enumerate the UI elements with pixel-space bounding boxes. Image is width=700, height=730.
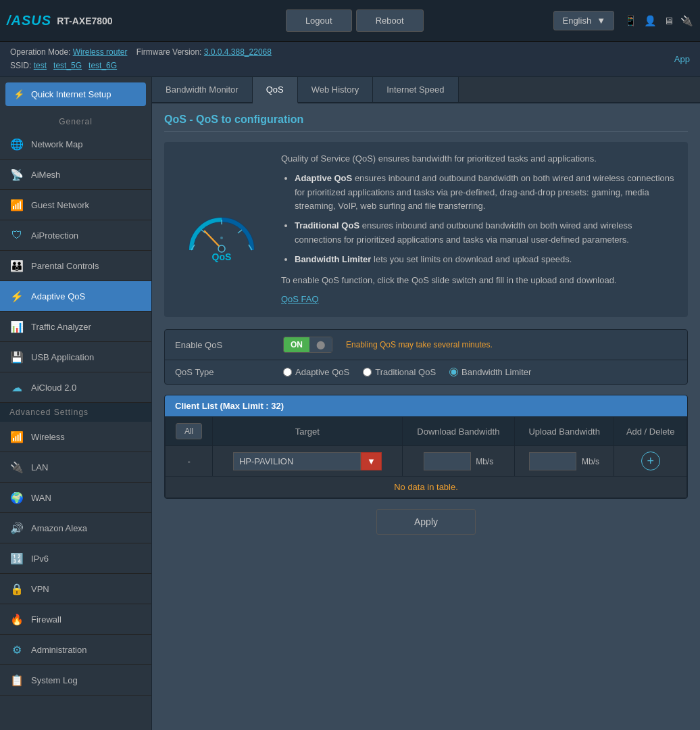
logout-button[interactable]: Logout — [286, 9, 352, 32]
system-log-icon: 📋 — [9, 673, 24, 687]
apply-section: Apply — [164, 509, 688, 535]
tab-qos[interactable]: QoS — [253, 77, 298, 103]
sidebar-item-label: Guest Network — [31, 200, 89, 210]
tab-bandwidth-monitor[interactable]: Bandwidth Monitor — [152, 77, 253, 102]
operation-mode-value[interactable]: Wireless router — [73, 47, 128, 57]
sidebar-item-label: Traffic Analyzer — [31, 322, 91, 332]
traffic-analyzer-icon: 📊 — [9, 319, 24, 334]
row-download: Mb/s — [402, 446, 515, 477]
add-row-button[interactable]: + — [641, 452, 660, 470]
row-add-delete: + — [614, 446, 687, 477]
col-upload: Upload Bandwidth — [515, 417, 614, 446]
bullet1-title: Adaptive QoS — [295, 173, 352, 183]
enable-qos-toggle[interactable]: ON ⬤ — [283, 337, 332, 353]
bullet3-title: Bandwidth Limiter — [295, 254, 371, 264]
bullet2-title: Traditional QoS — [295, 220, 359, 230]
client-list-section: Client List (Max Limit : 32) All Target … — [164, 395, 688, 499]
sidebar-item-vpn[interactable]: 🔒 VPN — [0, 574, 151, 604]
sidebar-item-aiprotection[interactable]: 🛡 AiProtection — [0, 220, 151, 251]
sidebar-item-traffic-analyzer[interactable]: 📊 Traffic Analyzer — [0, 312, 151, 342]
user-icon[interactable]: 👤 — [644, 15, 657, 27]
svg-point-8 — [220, 237, 223, 239]
qos-type-control: Adaptive QoS Traditional QoS Bandwidth L… — [283, 367, 677, 377]
page-title: QoS - QoS to configuration — [164, 114, 688, 132]
sidebar-item-parental-controls[interactable]: 👪 Parental Controls — [0, 251, 151, 281]
language-label: English — [562, 16, 591, 26]
qos-faq-link[interactable]: QoS FAQ — [281, 294, 319, 304]
guest-network-icon: 📶 — [9, 197, 24, 212]
col-download: Download Bandwidth — [402, 417, 515, 446]
administration-icon: ⚙ — [9, 642, 24, 657]
bullet3-text: lets you set limits on download and uplo… — [374, 254, 572, 264]
sidebar-item-label: AiMesh — [31, 170, 60, 180]
info-text: Quality of Service (QoS) ensures bandwid… — [281, 152, 678, 307]
sidebar-item-usb-application[interactable]: 💾 USB Application — [0, 342, 151, 372]
ssid-6g[interactable]: test_6G — [89, 61, 117, 70]
wan-icon: 🌍 — [9, 490, 24, 505]
top-bar: /ASUS RT-AXE7800 Logout Reboot English ▼… — [0, 0, 700, 42]
enable-qos-row: Enable QoS ON ⬤ Enabling QoS may take se… — [165, 330, 687, 360]
sidebar-item-label: Amazon Alexa — [31, 523, 87, 533]
usb-application-icon: 💾 — [9, 349, 24, 364]
sidebar-item-ipv6[interactable]: 🔢 IPv6 — [0, 543, 151, 574]
sidebar-item-network-map[interactable]: 🌐 Network Map — [0, 129, 151, 160]
sidebar-item-label: Network Map — [31, 139, 83, 149]
sidebar-item-aimesh[interactable]: 📡 AiMesh — [0, 160, 151, 190]
instruction-text: To enable QoS function, click the QoS sl… — [281, 274, 678, 288]
sidebar-item-firewall[interactable]: 🔥 Firewall — [0, 604, 151, 635]
vpn-icon: 🔒 — [9, 581, 24, 596]
aimesh-icon: 📡 — [9, 167, 24, 182]
sidebar-item-label: AiProtection — [31, 230, 78, 241]
apply-button[interactable]: Apply — [376, 509, 476, 535]
lan-icon: 🔌 — [9, 460, 24, 474]
all-button[interactable]: All — [176, 423, 202, 439]
sidebar-item-label: WAN — [31, 493, 51, 503]
tabs-bar: Bandwidth Monitor QoS Web History Intern… — [152, 77, 700, 103]
upload-bandwidth-input[interactable] — [529, 452, 576, 470]
download-bandwidth-input[interactable] — [424, 452, 471, 470]
sidebar-item-wireless[interactable]: 📶 Wireless — [0, 422, 151, 452]
top-icons: 📱 👤 🖥 🔌 — [624, 15, 693, 27]
target-dropdown-btn[interactable]: ▼ — [361, 452, 382, 470]
sidebar-item-quick-setup[interactable]: ⚡ Quick Internet Setup — [5, 82, 146, 106]
sidebar-item-lan[interactable]: 🔌 LAN — [0, 452, 151, 483]
firmware-value[interactable]: 3.0.0.4.388_22068 — [204, 47, 272, 57]
target-select-wrapper: HP-PAVILION ▼ — [233, 452, 382, 470]
radio-traditional-qos[interactable]: Traditional QoS — [363, 367, 436, 377]
sidebar-item-label: System Log — [31, 675, 78, 685]
app-icon[interactable]: 📱 — [624, 15, 637, 27]
app-label[interactable]: App — [674, 54, 690, 64]
target-select[interactable]: HP-PAVILION — [233, 452, 361, 470]
language-selector[interactable]: English ▼ — [553, 11, 614, 30]
operation-mode-label: Operation Mode: — [10, 47, 70, 57]
col-target: Target — [213, 417, 402, 446]
sidebar-item-administration[interactable]: ⚙ Administration — [0, 635, 151, 665]
parental-controls-icon: 👪 — [9, 258, 24, 273]
no-data-row: No data in table. — [166, 477, 687, 498]
col-all: All — [166, 417, 213, 446]
monitor-icon[interactable]: 🖥 — [664, 15, 674, 26]
reboot-button[interactable]: Reboot — [356, 9, 424, 32]
ssid-2g[interactable]: test — [34, 61, 47, 70]
sidebar-item-system-log[interactable]: 📋 System Log — [0, 665, 151, 696]
toggle-slider[interactable]: ⬤ — [309, 337, 332, 352]
radio-adaptive-qos[interactable]: Adaptive QoS — [283, 367, 349, 377]
radio-bandwidth-limiter[interactable]: Bandwidth Limiter — [449, 367, 531, 377]
tab-web-history[interactable]: Web History — [298, 77, 374, 102]
sidebar-item-label: USB Application — [31, 352, 94, 362]
col-add-delete: Add / Delete — [614, 417, 687, 446]
toggle-on-label: ON — [284, 337, 309, 352]
tab-internet-speed[interactable]: Internet Speed — [373, 77, 458, 102]
sidebar-item-adaptive-qos[interactable]: ⚡ Adaptive QoS — [0, 281, 151, 312]
usb-icon[interactable]: 🔌 — [680, 15, 693, 27]
client-list-table: All Target Download Bandwidth Upload Ban… — [165, 416, 687, 498]
main-layout: ⚡ Quick Internet Setup General 🌐 Network… — [0, 77, 700, 730]
sidebar-item-aicloud[interactable]: ☁ AiCloud 2.0 — [0, 372, 151, 403]
sidebar-item-guest-network[interactable]: 📶 Guest Network — [0, 190, 151, 220]
radio-group: Adaptive QoS Traditional QoS Bandwidth L… — [283, 367, 531, 377]
sidebar-item-amazon-alexa[interactable]: 🔊 Amazon Alexa — [0, 513, 151, 543]
enable-qos-label: Enable QoS — [175, 340, 283, 350]
ssid-5g[interactable]: test_5G — [53, 61, 82, 70]
sidebar-item-wan[interactable]: 🌍 WAN — [0, 483, 151, 513]
content-area: Bandwidth Monitor QoS Web History Intern… — [152, 77, 700, 730]
